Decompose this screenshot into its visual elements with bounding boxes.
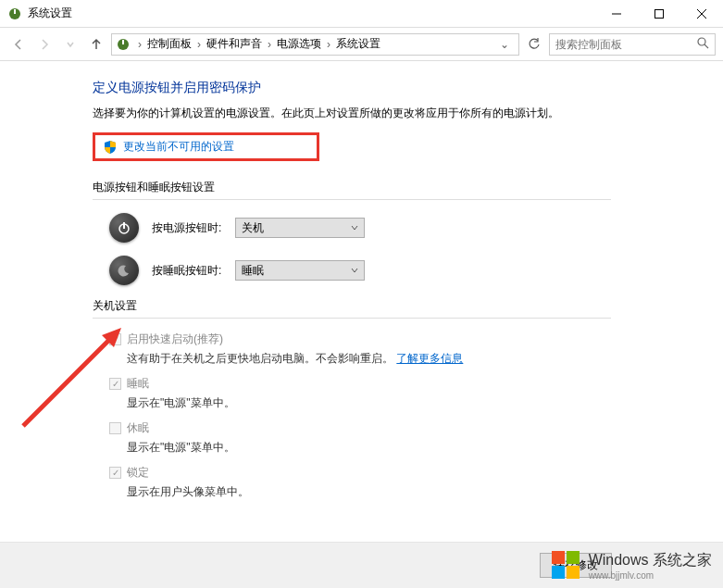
content-area: 定义电源按钮并启用密码保护 选择要为你的计算机设置的电源设置。在此页上对设置所做…	[0, 61, 723, 500]
sleep-label: 睡眠	[127, 376, 149, 392]
hibernate-label: 休眠	[127, 420, 149, 436]
sleep-description: 显示在"电源"菜单中。	[93, 395, 723, 411]
breadcrumb-item[interactable]: 控制面板	[145, 36, 193, 52]
svg-rect-7	[122, 40, 124, 44]
sleep-button-icon	[109, 256, 139, 285]
chevron-right-icon[interactable]: ›	[134, 38, 145, 51]
breadcrumb-item[interactable]: 系统设置	[334, 36, 382, 52]
page-description: 选择要为你的计算机设置的电源设置。在此页上对设置所做的更改将应用于你所有的电源计…	[93, 106, 723, 121]
checkbox-row-hibernate: 休眠	[93, 420, 723, 436]
close-button[interactable]	[680, 0, 723, 28]
back-button[interactable]	[7, 33, 30, 56]
power-button-dropdown[interactable]: 关机	[235, 218, 365, 238]
power-options-icon	[116, 37, 131, 52]
lock-checkbox	[109, 467, 121, 479]
svg-point-8	[698, 38, 705, 45]
power-button-icon	[109, 213, 139, 243]
svg-rect-3	[655, 9, 664, 18]
refresh-button[interactable]	[523, 33, 545, 56]
learn-more-link[interactable]: 了解更多信息	[396, 352, 463, 365]
button-settings-header: 电源按钮和睡眠按钮设置	[93, 180, 611, 200]
sleep-button-row: 按睡眠按钮时: 睡眠	[93, 256, 723, 285]
recent-locations-button[interactable]	[59, 33, 81, 56]
fast-startup-label: 启用快速启动(推荐)	[127, 332, 223, 347]
power-button-row: 按电源按钮时: 关机	[93, 213, 723, 243]
svg-rect-11	[123, 222, 125, 229]
search-input[interactable]	[555, 38, 696, 51]
forward-button[interactable]	[33, 33, 56, 56]
hibernate-checkbox	[109, 422, 121, 434]
window-title: 系统设置	[28, 6, 595, 21]
lock-label: 锁定	[127, 465, 149, 481]
chevron-right-icon: ›	[264, 38, 275, 51]
change-settings-highlight: 更改当前不可用的设置	[93, 132, 319, 161]
fast-startup-checkbox	[109, 333, 121, 345]
svg-rect-14	[552, 551, 565, 564]
chevron-right-icon: ›	[193, 38, 205, 51]
navbar: › 控制面板 › 硬件和声音 › 电源选项 › 系统设置 ⌄	[0, 28, 723, 61]
search-box[interactable]	[549, 33, 716, 56]
page-title: 定义电源按钮并启用密码保护	[93, 80, 723, 96]
titlebar: 系统设置	[0, 0, 723, 28]
watermark-text: Windows 系统之家 www.bjjmlv.com	[589, 551, 712, 581]
sleep-button-dropdown[interactable]: 睡眠	[235, 260, 365, 281]
search-icon[interactable]	[696, 36, 709, 52]
lock-description: 显示在用户头像菜单中。	[93, 484, 723, 500]
fast-startup-description: 这有助于在关机之后更快地启动电脑。不会影响重启。 了解更多信息	[93, 351, 723, 367]
chevron-down-icon	[351, 224, 358, 231]
svg-rect-16	[552, 566, 565, 579]
change-unavailable-settings-link[interactable]: 更改当前不可用的设置	[123, 139, 234, 155]
svg-rect-15	[567, 551, 580, 564]
shield-icon	[103, 140, 118, 155]
power-button-label: 按电源按钮时:	[152, 220, 235, 236]
chevron-down-icon	[351, 267, 358, 274]
maximize-button[interactable]	[638, 0, 680, 28]
checkbox-row-sleep: 睡眠	[93, 376, 723, 392]
checkbox-row-fast-startup: 启用快速启动(推荐)	[93, 332, 723, 347]
breadcrumb: 控制面板 › 硬件和声音 › 电源选项 › 系统设置	[145, 36, 494, 52]
shutdown-settings-header: 关机设置	[93, 298, 611, 319]
dropdown-value: 关机	[242, 220, 351, 236]
sleep-checkbox	[109, 378, 121, 390]
checkbox-row-lock: 锁定	[93, 465, 723, 481]
address-bar[interactable]: › 控制面板 › 硬件和声音 › 电源选项 › 系统设置 ⌄	[111, 33, 519, 56]
address-dropdown-button[interactable]: ⌄	[494, 38, 515, 51]
dropdown-value: 睡眠	[242, 263, 351, 279]
up-button[interactable]	[85, 33, 107, 56]
minimize-button[interactable]	[595, 0, 638, 28]
breadcrumb-item[interactable]: 电源选项	[275, 36, 323, 52]
power-options-icon	[7, 6, 22, 21]
svg-rect-1	[14, 9, 16, 14]
svg-rect-17	[567, 566, 580, 579]
window-controls	[595, 0, 723, 28]
svg-line-9	[704, 44, 708, 48]
shutdown-settings-section: 关机设置 启用快速启动(推荐) 这有助于在关机之后更快地启动电脑。不会影响重启。…	[93, 298, 723, 500]
sleep-button-label: 按睡眠按钮时:	[152, 263, 235, 279]
windows-logo-icon	[550, 549, 583, 582]
chevron-right-icon: ›	[323, 38, 334, 51]
watermark: Windows 系统之家 www.bjjmlv.com	[550, 549, 712, 582]
breadcrumb-item[interactable]: 硬件和声音	[205, 36, 264, 52]
hibernate-description: 显示在"电源"菜单中。	[93, 440, 723, 456]
